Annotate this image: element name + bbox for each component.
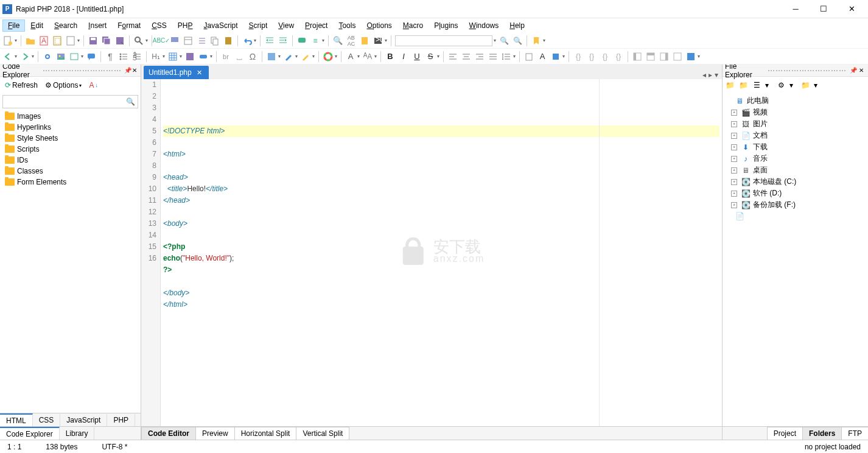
ce-item-hyperlinks[interactable]: Hyperlinks [0, 122, 141, 133]
tab-close-icon[interactable]: ✕ [195, 68, 204, 77]
textcolor2-icon[interactable]: A [537, 51, 548, 62]
panel-3-icon[interactable] [659, 51, 670, 62]
fe-up-icon[interactable]: 📁 [725, 80, 735, 90]
tab-horizontal-split[interactable]: Horizontal Split [234, 427, 297, 440]
back-icon[interactable] [2, 51, 13, 62]
menu-javascript[interactable]: JavaScript [198, 19, 243, 32]
heading-icon[interactable]: H₁ [150, 51, 161, 62]
find-prev-icon[interactable]: 🔍 [512, 35, 523, 46]
fe-item[interactable]: +🖥桌面 [723, 164, 868, 176]
speech-icon[interactable] [86, 51, 97, 62]
close-button[interactable]: ✕ [838, 0, 866, 18]
tab-vertical-split[interactable]: Vertical Split [296, 427, 349, 440]
line-spacing-icon[interactable] [501, 51, 512, 62]
tab-preview[interactable]: Preview [195, 427, 235, 440]
indent-right-icon[interactable] [278, 35, 289, 46]
fe-item[interactable]: +🖼图片 [723, 118, 868, 130]
form-icon[interactable] [184, 51, 195, 62]
open-folder-icon[interactable] [25, 35, 36, 46]
br-icon[interactable]: br [220, 51, 231, 62]
braces-4-icon[interactable]: {} [613, 51, 624, 62]
tag-icon[interactable]: ≡ [310, 35, 321, 46]
brush2-icon[interactable] [300, 51, 311, 62]
document-tab[interactable]: Untitled1.php ✕ [144, 66, 209, 79]
panel-5-icon[interactable] [685, 51, 696, 62]
panel-close-icon[interactable]: ✕ [131, 66, 138, 75]
expander-icon[interactable]: + [731, 144, 737, 150]
status-encoding[interactable]: UTF-8 * [102, 443, 127, 451]
menu-format[interactable]: Format [112, 19, 146, 32]
file-type-b-icon[interactable]: ⬚ [52, 35, 63, 46]
button-icon[interactable] [198, 51, 209, 62]
tab-code-explorer[interactable]: Code Explorer [0, 427, 60, 440]
forward-icon[interactable] [19, 51, 30, 62]
fe-item[interactable]: +🎬视频 [723, 107, 868, 118]
tab-prev-icon[interactable]: ◂ [702, 71, 706, 79]
menu-options[interactable]: Options [361, 19, 397, 32]
pin-icon[interactable]: 📌 [124, 66, 131, 75]
tab-project[interactable]: Project [767, 427, 803, 440]
tab-code-editor[interactable]: Code Editor [141, 427, 196, 440]
expander-icon[interactable]: + [731, 156, 737, 162]
expander-icon[interactable]: + [731, 110, 737, 116]
file-type-a-icon[interactable]: A [38, 35, 49, 46]
menu-help[interactable]: Help [504, 19, 530, 32]
fe-new-icon[interactable]: 📁 [738, 80, 748, 90]
tab-menu-icon[interactable]: ▾ [715, 71, 718, 79]
paste-icon[interactable] [223, 35, 234, 46]
maximize-button[interactable]: ☐ [810, 0, 838, 18]
braces-1-icon[interactable]: {} [573, 51, 584, 62]
menu-css[interactable]: CSS [146, 19, 172, 32]
expander-icon[interactable]: + [731, 191, 737, 197]
menu-macro[interactable]: Macro [397, 19, 429, 32]
menu-script[interactable]: Script [243, 19, 273, 32]
braces-3-icon[interactable]: {} [600, 51, 611, 62]
fe-settings-icon[interactable]: ⚙ [776, 80, 786, 90]
fe-blank-file[interactable]: 📄 [723, 211, 868, 222]
expander-icon[interactable]: + [731, 202, 737, 208]
bullets-icon[interactable] [118, 51, 129, 62]
comment-icon[interactable] [296, 35, 307, 46]
save-as-icon[interactable] [114, 35, 125, 46]
spellcheck-icon[interactable]: ABC✓ [156, 35, 167, 46]
align-center-icon[interactable] [461, 51, 472, 62]
file-type-c-icon[interactable] [65, 35, 76, 46]
indent-left-icon[interactable] [264, 35, 275, 46]
panel-close-icon[interactable]: ✕ [857, 66, 866, 75]
ce-item-images[interactable]: Images [0, 111, 141, 122]
bookmark-icon[interactable] [359, 35, 370, 46]
expander-icon[interactable]: + [731, 179, 737, 185]
bgcolor-icon[interactable] [550, 51, 561, 62]
panel-1-icon[interactable] [632, 51, 643, 62]
link-icon[interactable] [42, 51, 53, 62]
undo-icon[interactable] [242, 35, 253, 46]
code-explorer-search-input[interactable] [5, 97, 126, 106]
expander-icon[interactable]: + [731, 133, 737, 139]
copy-icon[interactable] [209, 35, 220, 46]
fe-folder-icon[interactable]: 📁 [800, 80, 810, 90]
ce-item-form-elements[interactable]: Form Elements [0, 177, 141, 188]
code-explorer-search[interactable]: 🔍 [2, 95, 138, 108]
panel-2-icon[interactable] [645, 51, 656, 62]
tab-javascript[interactable]: JavaScript [60, 414, 107, 426]
paragraph-icon[interactable]: ¶ [105, 51, 116, 62]
options-button[interactable]: ⚙ Options ▾ [43, 80, 84, 91]
new-file-icon[interactable] [2, 35, 13, 46]
font-size-icon[interactable]: AA [362, 51, 373, 62]
tab-php[interactable]: PHP [107, 414, 135, 426]
menu-tools[interactable]: Tools [333, 19, 361, 32]
menu-windows[interactable]: Windows [464, 19, 505, 32]
save-icon[interactable] [88, 35, 99, 46]
menu-php[interactable]: PHP [172, 19, 198, 32]
color-wheel-icon[interactable] [323, 51, 334, 62]
bold-icon[interactable]: B [385, 51, 396, 62]
tab-library[interactable]: Library [60, 427, 95, 440]
strike-icon[interactable]: S [425, 51, 436, 62]
menu-search[interactable]: Search [49, 19, 83, 32]
fe-view-icon[interactable]: ☰ [752, 80, 761, 90]
menu-project[interactable]: Project [299, 19, 333, 32]
italic-icon[interactable]: I [398, 51, 409, 62]
panel-4-icon[interactable] [672, 51, 683, 62]
tab-folders[interactable]: Folders [802, 427, 842, 440]
highlight-icon[interactable] [169, 35, 180, 46]
